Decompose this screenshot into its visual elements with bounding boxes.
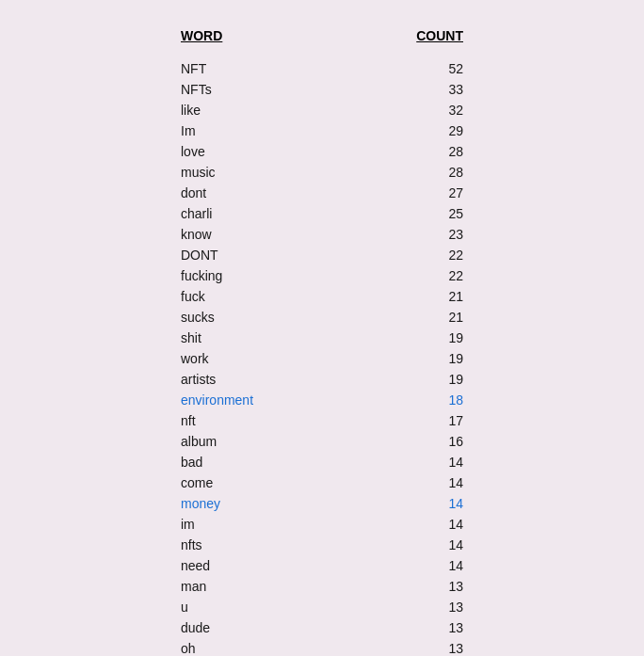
word-cell: come: [181, 472, 352, 493]
count-cell: 27: [352, 183, 463, 203]
table-row: charli25: [181, 203, 463, 224]
count-cell: 19: [352, 328, 463, 348]
table-row: NFT52: [181, 58, 463, 79]
count-cell: 33: [352, 79, 463, 100]
table-row: like32: [181, 100, 463, 120]
count-cell: 13: [352, 617, 463, 638]
count-cell: 14: [352, 535, 463, 555]
table-row: dont27: [181, 183, 463, 203]
word-cell: money: [181, 493, 352, 514]
table-row: DONT22: [181, 245, 463, 265]
count-column-header: COUNT: [352, 28, 463, 58]
table-row: u13: [181, 597, 463, 617]
word-cell: music: [181, 162, 352, 183]
word-cell: NFT: [181, 58, 352, 79]
table-row: Im29: [181, 120, 463, 141]
table-row: NFTs33: [181, 79, 463, 100]
count-cell: 14: [352, 493, 463, 514]
table-row: im14: [181, 514, 463, 535]
word-cell: nft: [181, 410, 352, 431]
table-row: nft17: [181, 410, 463, 431]
count-cell: 28: [352, 162, 463, 183]
word-cell: im: [181, 514, 352, 535]
table-row: shit19: [181, 328, 463, 348]
count-cell: 18: [352, 390, 463, 410]
count-cell: 22: [352, 265, 463, 286]
count-cell: 28: [352, 141, 463, 162]
word-column-header: WORD: [181, 28, 352, 58]
word-cell: Im: [181, 120, 352, 141]
count-cell: 23: [352, 224, 463, 245]
count-cell: 16: [352, 431, 463, 452]
word-cell: man: [181, 576, 352, 597]
word-cell: u: [181, 597, 352, 617]
word-cell: need: [181, 555, 352, 576]
table-row: nfts14: [181, 535, 463, 555]
word-cell: shit: [181, 328, 352, 348]
word-count-table-container: WORD COUNT NFT52NFTs33like32Im29love28mu…: [181, 28, 463, 656]
word-cell: dude: [181, 617, 352, 638]
count-cell: 29: [352, 120, 463, 141]
count-cell: 25: [352, 203, 463, 224]
table-row: oh13: [181, 638, 463, 656]
word-cell: nfts: [181, 535, 352, 555]
table-row: money14: [181, 493, 463, 514]
table-row: sucks21: [181, 307, 463, 328]
count-cell: 14: [352, 555, 463, 576]
word-cell: DONT: [181, 245, 352, 265]
count-cell: 21: [352, 286, 463, 307]
word-cell: NFTs: [181, 79, 352, 100]
table-row: work19: [181, 348, 463, 369]
word-cell: charli: [181, 203, 352, 224]
table-row: environment18: [181, 390, 463, 410]
word-cell: like: [181, 100, 352, 120]
table-row: album16: [181, 431, 463, 452]
word-cell: fuck: [181, 286, 352, 307]
table-row: bad14: [181, 452, 463, 472]
count-cell: 14: [352, 452, 463, 472]
word-cell: dont: [181, 183, 352, 203]
count-cell: 13: [352, 638, 463, 656]
count-cell: 19: [352, 348, 463, 369]
count-cell: 14: [352, 472, 463, 493]
table-row: love28: [181, 141, 463, 162]
table-row: know23: [181, 224, 463, 245]
table-row: need14: [181, 555, 463, 576]
word-cell: work: [181, 348, 352, 369]
word-cell: oh: [181, 638, 352, 656]
count-cell: 13: [352, 597, 463, 617]
count-cell: 22: [352, 245, 463, 265]
word-cell: album: [181, 431, 352, 452]
word-cell: artists: [181, 369, 352, 390]
count-cell: 13: [352, 576, 463, 597]
word-count-table: WORD COUNT NFT52NFTs33like32Im29love28mu…: [181, 28, 463, 656]
table-row: dude13: [181, 617, 463, 638]
table-row: come14: [181, 472, 463, 493]
count-cell: 52: [352, 58, 463, 79]
word-cell: love: [181, 141, 352, 162]
word-cell: fucking: [181, 265, 352, 286]
table-row: music28: [181, 162, 463, 183]
count-cell: 21: [352, 307, 463, 328]
count-cell: 14: [352, 514, 463, 535]
word-cell: environment: [181, 390, 352, 410]
table-row: man13: [181, 576, 463, 597]
count-cell: 19: [352, 369, 463, 390]
count-cell: 17: [352, 410, 463, 431]
word-cell: know: [181, 224, 352, 245]
count-cell: 32: [352, 100, 463, 120]
table-row: artists19: [181, 369, 463, 390]
table-row: fuck21: [181, 286, 463, 307]
word-cell: sucks: [181, 307, 352, 328]
table-row: fucking22: [181, 265, 463, 286]
word-cell: bad: [181, 452, 352, 472]
